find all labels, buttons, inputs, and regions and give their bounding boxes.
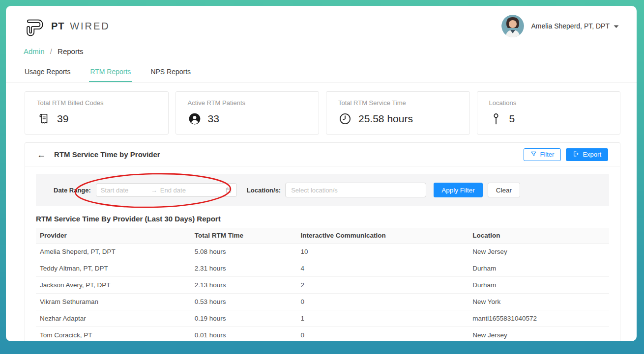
- cell-provider: Nezhar Adaptar: [36, 310, 191, 327]
- provider-report-table: Provider Total RTM Time Interactive Comm…: [36, 228, 609, 341]
- stat-value: 5: [509, 113, 515, 125]
- col-provider: Provider: [36, 228, 191, 244]
- ptwired-logo-icon: [24, 15, 46, 37]
- cell-provider: Tom Coracick, PT: [36, 327, 191, 342]
- receipt-icon: [37, 112, 51, 126]
- filter-button[interactable]: Filter: [524, 148, 561, 161]
- table-header-row: Provider Total RTM Time Interactive Comm…: [36, 228, 609, 244]
- cell-location: New Jersey: [468, 244, 609, 260]
- stat-label: Total RTM Billed Codes: [37, 99, 159, 107]
- stat-value: 25.58 hours: [358, 113, 413, 125]
- cell-interactive-communication: 2: [297, 277, 469, 294]
- breadcrumb-separator: /: [50, 47, 52, 55]
- table-row: Teddy Altman, PT, DPT 2.31 hours 4 Durha…: [36, 260, 609, 277]
- stat-card-active-patients: Active RTM Patients 33: [176, 91, 320, 135]
- user-name: Amelia Sheperd, PT, DPT: [531, 22, 610, 30]
- cell-provider: Jackson Avery, PT, DPT: [36, 277, 191, 294]
- breadcrumb-admin[interactable]: Admin: [24, 47, 45, 55]
- rtm-provider-report-card: ← RTM Service Time by Provider Filter: [25, 142, 620, 341]
- cell-total-rtm-time: 2.31 hours: [191, 260, 297, 277]
- col-interactive-communication: Interactive Communication: [297, 228, 469, 244]
- clear-button[interactable]: Clear: [488, 183, 520, 197]
- end-date-input[interactable]: [160, 187, 209, 194]
- stat-card-billed-codes: Total RTM Billed Codes 39: [25, 91, 169, 135]
- location-pin-icon: [489, 112, 503, 126]
- date-range-input[interactable]: →: [96, 183, 237, 197]
- cell-interactive-communication: 0: [297, 327, 469, 342]
- cell-total-rtm-time: 0.19 hours: [191, 310, 297, 327]
- cell-interactive-communication: 10: [297, 244, 469, 260]
- export-icon: [573, 151, 579, 159]
- back-arrow-icon[interactable]: ←: [37, 150, 46, 159]
- breadcrumb-reports: Reports: [58, 47, 84, 55]
- cell-location: Durham: [468, 277, 609, 294]
- avatar: [501, 15, 524, 37]
- stat-card-service-time: Total RTM Service Time 25.58 hours: [326, 91, 470, 135]
- export-button-label: Export: [583, 151, 601, 158]
- table-row: Tom Coracick, PT 0.01 hours 0 New Jersey: [36, 327, 609, 342]
- app-window: PT WIRED Amelia Sheperd, PT, DPT: [6, 6, 637, 341]
- brand-name-bold: PT: [51, 21, 65, 31]
- table-row: Vikram Sethuraman 0.53 hours 0 New York: [36, 294, 609, 310]
- tab-usage-reports[interactable]: Usage Reports: [24, 63, 71, 82]
- cell-provider: Teddy Altman, PT, DPT: [36, 260, 191, 277]
- cell-interactive-communication: 1: [297, 310, 469, 327]
- start-date-input[interactable]: [101, 187, 150, 194]
- location-label: Location/s:: [247, 187, 281, 194]
- cell-total-rtm-time: 5.08 hours: [191, 244, 297, 260]
- teal-frame: PT WIRED Amelia Sheperd, PT, DPT: [0, 0, 644, 354]
- cell-location: New York: [468, 294, 609, 310]
- patients-icon: [188, 112, 202, 126]
- clock-icon: [338, 112, 352, 126]
- chevron-down-icon: [614, 22, 619, 30]
- filter-button-label: Filter: [540, 151, 555, 158]
- apply-filter-button[interactable]: Apply Filter: [434, 183, 483, 197]
- col-total-rtm-time: Total RTM Time: [191, 228, 297, 244]
- user-menu[interactable]: Amelia Sheperd, PT, DPT: [501, 15, 619, 37]
- cell-provider: Vikram Sethuraman: [36, 294, 191, 310]
- stats-row: Total RTM Billed Codes 39 Active RTM Pat…: [6, 82, 637, 135]
- calendar-icon[interactable]: [225, 187, 232, 193]
- cell-location: New Jersey: [468, 327, 609, 342]
- brand-name: PT WIRED: [51, 21, 110, 32]
- range-arrow-icon: →: [151, 187, 157, 194]
- tab-rtm-reports[interactable]: RTM Reports: [89, 63, 132, 82]
- brand: PT WIRED: [24, 15, 110, 37]
- cell-provider: Amelia Sheperd, PT, DPT: [36, 244, 191, 260]
- stat-card-locations: Locations 5: [477, 91, 621, 135]
- breadcrumb: Admin / Reports: [6, 37, 637, 55]
- cell-location: manti1655831040572: [468, 310, 609, 327]
- top-header: PT WIRED Amelia Sheperd, PT, DPT: [6, 6, 637, 37]
- cell-interactive-communication: 0: [297, 294, 469, 310]
- table-row: Amelia Sheperd, PT, DPT 5.08 hours 10 Ne…: [36, 244, 609, 260]
- filter-icon: [530, 151, 537, 159]
- report-card-header: ← RTM Service Time by Provider Filter: [25, 143, 620, 166]
- location-select-input[interactable]: [285, 183, 426, 197]
- stat-value: 39: [57, 113, 68, 125]
- brand-name-light: WIRED: [70, 21, 110, 31]
- report-table-title: RTM Service Time By Provider (Last 30 Da…: [36, 215, 609, 223]
- date-range-label: Date Range:: [54, 187, 91, 194]
- col-location: Location: [468, 228, 609, 244]
- stat-label: Total RTM Service Time: [338, 99, 461, 107]
- cell-location: Durham: [468, 260, 609, 277]
- table-row: Nezhar Adaptar 0.19 hours 1 manti1655831…: [36, 310, 609, 327]
- report-tabs: Usage Reports RTM Reports NPS Reports: [6, 63, 637, 82]
- table-row: Jackson Avery, PT, DPT 2.13 hours 2 Durh…: [36, 277, 609, 294]
- cell-total-rtm-time: 0.53 hours: [191, 294, 297, 310]
- cell-interactive-communication: 4: [297, 260, 469, 277]
- stat-label: Locations: [489, 99, 612, 107]
- cell-total-rtm-time: 2.13 hours: [191, 277, 297, 294]
- stat-label: Active RTM Patients: [188, 99, 310, 107]
- cell-total-rtm-time: 0.01 hours: [191, 327, 297, 342]
- tab-nps-reports[interactable]: NPS Reports: [149, 63, 192, 82]
- stat-value: 33: [208, 113, 219, 125]
- report-card-title: RTM Service Time by Provider: [54, 150, 160, 159]
- filter-bar: Date Range: → Location/s:: [36, 174, 609, 206]
- export-button[interactable]: Export: [566, 148, 608, 161]
